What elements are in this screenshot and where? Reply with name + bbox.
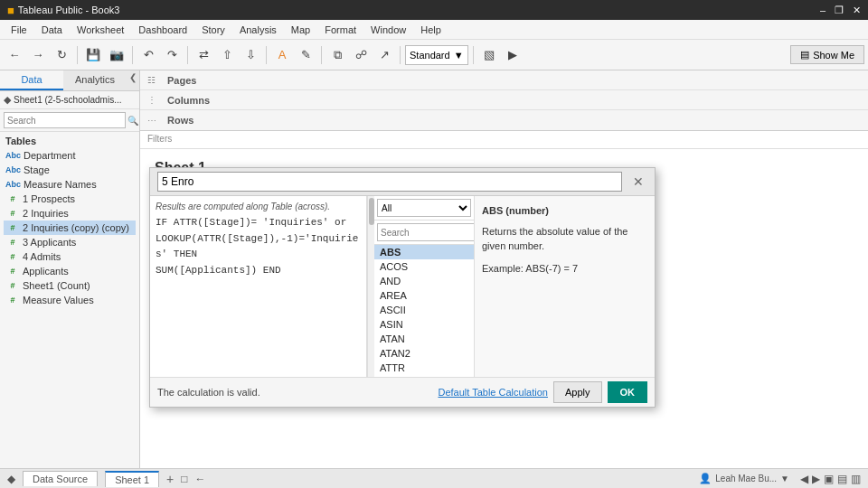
refresh-button[interactable]: ↻ xyxy=(51,44,72,66)
grid-icon-3[interactable]: ▥ xyxy=(851,473,861,485)
field-department[interactable]: Abc Department xyxy=(4,148,136,163)
tab-analytics[interactable]: Analytics xyxy=(63,70,127,90)
swap-button[interactable]: ⇄ xyxy=(193,44,214,66)
func-desc-text: Returns the absolute value of the given … xyxy=(482,224,647,254)
menu-help[interactable]: Help xyxy=(413,23,448,37)
panel-tabs: Data Analytics ❮ xyxy=(0,70,139,91)
move-left-button[interactable]: ← xyxy=(195,473,206,485)
rows-label: Rows xyxy=(167,115,193,126)
func-category-select[interactable]: All xyxy=(377,199,471,217)
toolbar-sep-1 xyxy=(77,46,78,64)
print-button[interactable]: 📷 xyxy=(106,44,127,66)
menu-dashboard[interactable]: Dashboard xyxy=(131,23,194,37)
restore-button[interactable]: ❐ xyxy=(835,5,844,16)
columns-label: Columns xyxy=(167,95,210,106)
nav-next-icon[interactable]: ▶ xyxy=(812,473,820,485)
func-asin[interactable]: ASIN xyxy=(374,317,474,332)
highlight-button[interactable]: ✎ xyxy=(295,44,316,66)
field-sheet1-count[interactable]: # Sheet1 (Count) xyxy=(4,278,136,293)
field-inquiries[interactable]: # 2 Inquiries xyxy=(4,206,136,221)
grid-icon-1[interactable]: ▣ xyxy=(824,473,834,485)
grid-icon-2[interactable]: ▤ xyxy=(837,473,847,485)
nav-prev-icon[interactable]: ◀ xyxy=(800,473,808,485)
pages-icon: ☷ xyxy=(147,75,156,85)
app-title: Tableau Public - Book3 xyxy=(18,5,120,15)
menu-window[interactable]: Window xyxy=(363,23,413,37)
data-source-tab[interactable]: Data Source xyxy=(23,471,98,486)
field-inquiries-copy[interactable]: # 2 Inquiries (copy) (copy) xyxy=(4,221,136,235)
dialog-close-button[interactable]: ✕ xyxy=(629,173,647,191)
undo-button[interactable]: ↶ xyxy=(137,44,159,66)
present-button[interactable]: ▶ xyxy=(502,44,524,66)
func-atan2[interactable]: ATAN2 xyxy=(374,346,474,361)
duplicate-sheet-button[interactable]: □ xyxy=(181,473,187,485)
sort-desc-button[interactable]: ⇩ xyxy=(240,44,261,66)
apply-button[interactable]: Apply xyxy=(553,381,602,403)
field-applicants-3[interactable]: # 3 Applicants xyxy=(4,235,136,249)
save-button[interactable]: 💾 xyxy=(82,44,104,66)
tab-data[interactable]: Data xyxy=(0,70,63,90)
search-input[interactable] xyxy=(4,112,126,128)
redo-button[interactable]: ↷ xyxy=(161,44,183,66)
func-ascii[interactable]: ASCII xyxy=(374,303,474,317)
ok-button[interactable]: OK xyxy=(608,381,648,403)
dialog-title-bar: ✕ xyxy=(150,168,655,196)
func-atan[interactable]: ATAN xyxy=(374,332,474,346)
formula-editor[interactable]: IF ATTR([Stage])= 'Inquiries' or LOOKUP(… xyxy=(156,215,361,371)
field-name: Department xyxy=(24,150,75,161)
color-button[interactable]: A xyxy=(271,44,293,66)
standard-chevron: ▼ xyxy=(454,50,464,61)
func-desc-title: ABS (number) xyxy=(482,203,647,219)
label-button[interactable]: ☍ xyxy=(350,44,372,66)
close-button[interactable]: ✕ xyxy=(853,5,861,16)
field-stage[interactable]: Abc Stage xyxy=(4,163,136,177)
func-area[interactable]: AREA xyxy=(374,288,474,303)
default-table-calc-link[interactable]: Default Table Calculation xyxy=(438,387,547,398)
field-type-icon: # xyxy=(5,194,20,203)
field-name: 4 Admits xyxy=(23,251,61,262)
title-bar: ■ Tableau Public - Book3 – ❐ ✕ xyxy=(0,0,868,20)
formula-scrollbar[interactable] xyxy=(367,196,374,377)
field-measure-names[interactable]: Abc Measure Names xyxy=(4,177,136,192)
menu-analysis[interactable]: Analysis xyxy=(232,23,284,37)
toolbar-sep-7 xyxy=(473,46,474,64)
show-me-button[interactable]: ▤ Show Me xyxy=(790,45,864,64)
forward-button[interactable]: → xyxy=(27,44,49,66)
field-prospects[interactable]: # 1 Prospects xyxy=(4,192,136,206)
field-applicants[interactable]: # Applicants xyxy=(4,264,136,278)
panel-close-button[interactable]: ❮ xyxy=(127,70,139,83)
menu-worksheet[interactable]: Worksheet xyxy=(70,23,131,37)
field-admits[interactable]: # 4 Admits xyxy=(4,249,136,264)
menu-format[interactable]: Format xyxy=(317,23,363,37)
group-button[interactable]: ⧉ xyxy=(326,44,348,66)
user-name: Leah Mae Bu... xyxy=(715,474,777,483)
menu-map[interactable]: Map xyxy=(284,23,317,37)
menu-data[interactable]: Data xyxy=(34,23,70,37)
menu-story[interactable]: Story xyxy=(194,23,232,37)
source-name: Sheet1 (2-5-schooladmis... xyxy=(14,95,136,105)
sheet-tab[interactable]: Sheet 1 xyxy=(105,471,159,487)
status-icons: ◀ ▶ ▣ ▤ ▥ xyxy=(800,473,861,485)
minimize-button[interactable]: – xyxy=(820,5,826,16)
add-sheet-button[interactable]: + xyxy=(166,472,174,486)
status-bar: ◆ Data Source Sheet 1 + □ ← 👤 Leah Mae B… xyxy=(0,468,868,488)
func-attr[interactable]: ATTR xyxy=(374,361,474,375)
canvas-area[interactable]: Sheet 1 ✕ Results are computed along Tab… xyxy=(140,149,868,468)
menu-file[interactable]: File xyxy=(4,23,34,37)
calc-name-input[interactable] xyxy=(157,172,622,192)
toolbar-sep-6 xyxy=(400,46,401,64)
standard-dropdown[interactable]: Standard ▼ xyxy=(405,45,468,65)
back-button[interactable]: ← xyxy=(4,44,25,66)
sort-asc-button[interactable]: ⇧ xyxy=(216,44,238,66)
main-layout: Data Analytics ❮ ◆ Sheet1 (2-5-schooladm… xyxy=(0,70,868,468)
chart-button[interactable]: ▧ xyxy=(478,44,500,66)
dialog-body: Results are computed along Table (across… xyxy=(150,196,655,377)
toolbar-sep-4 xyxy=(266,46,267,64)
func-acos[interactable]: ACOS xyxy=(374,259,474,274)
tables-section: Tables xyxy=(0,132,139,148)
user-dropdown-icon[interactable]: ▼ xyxy=(780,474,789,483)
field-measure-values[interactable]: # Measure Values xyxy=(4,293,136,307)
func-abs[interactable]: ABS xyxy=(374,245,474,259)
fit-button[interactable]: ↗ xyxy=(373,44,395,66)
func-and[interactable]: AND xyxy=(374,274,474,288)
